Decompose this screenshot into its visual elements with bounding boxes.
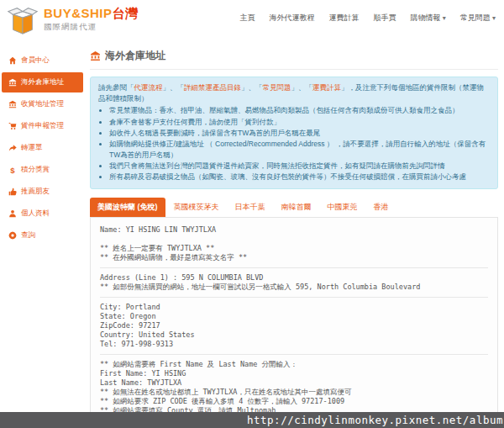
tab-warehouse-4[interactable]: 中國東莞 xyxy=(320,198,365,217)
chevron-down-icon: ▾ xyxy=(491,14,496,22)
sidebar-item-7[interactable]: 個人資料 xyxy=(2,203,83,224)
share-icon xyxy=(8,144,17,152)
tab-warehouse-0[interactable]: 美國波特蘭 (免稅) xyxy=(90,198,165,217)
dollar-icon: $ xyxy=(8,166,17,174)
notice-text: 」、「 xyxy=(163,83,185,92)
sidebar-item-4[interactable]: 轉運單 xyxy=(2,138,83,158)
notice-text: 請先參閱「 xyxy=(98,83,134,92)
sidebar-item-label: 會員中心 xyxy=(21,55,50,66)
sidebar-item-8[interactable]: 查詢 xyxy=(2,225,83,246)
sidebar-item-6[interactable]: 推薦朋友 xyxy=(2,182,83,202)
nav-item-label: 海外代運教程 xyxy=(270,13,315,22)
user-icon xyxy=(8,209,17,218)
notice-bullet: 所有易碎及容易破損之物品（如陶瓷、玻璃、沒有良好包裝的貨件等）不接受任何破損賠償… xyxy=(109,172,490,182)
life-ring-icon xyxy=(8,231,17,240)
address-line: ** 在外國網站購物，最好是填寫英文名字 ** xyxy=(100,253,488,262)
notice-link[interactable]: 代運流程 xyxy=(134,83,163,92)
sidebar-item-label: 收貨地址管理 xyxy=(21,99,64,109)
home-icon xyxy=(8,56,17,65)
notice-list: 常見禁運物品：香水、指甲油、壓縮氣體、易燃物品和肉類製品（包括任何含有肉類成份可… xyxy=(109,105,490,182)
address-line: ** 姓名上一定要有 TWYJTLXA ** xyxy=(100,244,488,253)
nav-item-label: 主頁 xyxy=(240,13,255,22)
warehouse-tabs: 美國波特蘭 (免稅)英國樸茨茅夫日本千葉南韓首爾中國東莞香港 xyxy=(90,198,498,217)
notice-text: 」、「 xyxy=(291,83,313,92)
logo-subtitle: 國際網購代運 xyxy=(44,23,139,31)
notice-box: 請先參閱「代運流程」、「詳細禁運產品目錄」、「常見問題」、「運費計算」，及注意下… xyxy=(90,77,498,189)
notice-text: 」、「 xyxy=(241,83,263,92)
address-line: Name: YI HSING LIN TWYJTLXA xyxy=(100,225,488,235)
warehouse-icon xyxy=(90,50,101,61)
notice-bullet: 如收件人名稱過長要刪減時，請保留含有TW為首的用戶名稱在最尾 xyxy=(109,128,490,139)
notice-bullet: 如購物網站提供修正/建議地址 （ Corrected/Recommended A… xyxy=(109,139,490,161)
address-line: Last Name: TWYJTLXA xyxy=(100,378,488,388)
nav-item-1[interactable]: 海外代運教程 xyxy=(270,13,315,24)
package-box-icon xyxy=(7,4,39,36)
svg-text:$: $ xyxy=(10,166,15,174)
address-line: ** 如網站要求 ZIP CODE 後再輸入多填 4 位數字，請輸入 97217… xyxy=(100,397,488,406)
tab-warehouse-5[interactable]: 香港 xyxy=(366,198,396,217)
notice-bullet: 我們只會將無法送到台灣的問題貨件退件給賣家，同時無法拒收指定貨件，如有疑問請在購… xyxy=(109,161,490,172)
address-book-icon xyxy=(8,100,17,108)
main-content: 海外倉庫地址 請先參閱「代運流程」、「詳細禁運產品目錄」、「常見問題」、「運費計… xyxy=(83,42,504,428)
chevron-down-icon: ▾ xyxy=(441,14,446,22)
page-title: 海外倉庫地址 xyxy=(90,49,498,70)
tab-warehouse-3[interactable]: 南韓首爾 xyxy=(274,198,319,217)
address-line: ** 如網站需要將 First Name 及 Last Name 分開輸入： xyxy=(100,360,488,369)
sidebar-item-label: 推薦朋友 xyxy=(21,187,50,197)
nav-item-5[interactable]: 常見問題 ▾ xyxy=(460,13,496,24)
watermark-url: http://cindylinmonkey.pixnet.net/album xyxy=(247,414,503,426)
tab-warehouse-2[interactable]: 日本千葉 xyxy=(228,198,273,217)
notice-link[interactable]: 常見問題 xyxy=(263,83,291,92)
logo-text: BUY&SHIP台灣 國際網購代運 xyxy=(44,7,139,31)
address-line: Country: United States xyxy=(100,330,488,340)
sidebar-item-label: 貨件申報管理 xyxy=(21,121,64,131)
divider xyxy=(100,297,488,298)
page-layout: 會員中心海外倉庫地址收貨地址管理貨件申報管理轉運單$積分獎賞推薦朋友個人資料查詢… xyxy=(0,42,504,428)
divider xyxy=(100,267,488,268)
warehouse-icon xyxy=(8,78,17,87)
address-line: First Name: YI HSING xyxy=(100,369,488,378)
sidebar-item-5[interactable]: $積分獎賞 xyxy=(2,160,83,180)
thumbs-up-icon xyxy=(8,188,17,196)
sidebar-item-label: 積分獎賞 xyxy=(21,165,50,175)
sidebar: 會員中心海外倉庫地址收貨地址管理貨件申報管理轉運單$積分獎賞推薦朋友個人資料查詢 xyxy=(0,42,83,247)
sidebar-item-label: 轉運單 xyxy=(21,143,43,153)
address-line xyxy=(100,235,488,244)
address-line: ZipCode: 97217 xyxy=(100,321,488,330)
sidebar-item-2[interactable]: 收貨地址管理 xyxy=(2,94,83,114)
logo[interactable]: BUY&SHIP台灣 國際網購代運 xyxy=(7,4,139,36)
top-nav: 主頁海外代運教程運費計算順手買購物情報 ▾常見問題 ▾ xyxy=(240,13,496,24)
logo-title: BUY&SHIP xyxy=(44,6,113,20)
sidebar-item-label: 個人資料 xyxy=(21,209,50,219)
address-line: ** 如無法在姓名或地址都填上 TWYJTLXA，只在姓名或地址其中一處填寫便可 xyxy=(100,388,488,397)
address-line: Address (Line 1) : 595 N COLUMBIA BLVD xyxy=(100,273,488,283)
watermark-bar: http://cindylinmonkey.pixnet.net/album xyxy=(0,412,504,428)
sidebar-item-3[interactable]: 貨件申報管理 xyxy=(2,116,83,136)
notice-link[interactable]: 詳細禁運產品目錄 xyxy=(184,83,241,92)
sidebar-item-label: 查詢 xyxy=(21,230,35,240)
nav-item-label: 常見問題 xyxy=(460,13,491,22)
sidebar-item-1[interactable]: 海外倉庫地址 xyxy=(2,72,83,92)
address-line: City: Portland xyxy=(100,303,488,312)
header: BUY&SHIP台灣 國際網購代運 主頁海外代運教程運費計算順手買購物情報 ▾常… xyxy=(0,0,504,42)
sidebar-item-0[interactable]: 會員中心 xyxy=(2,50,83,71)
nav-item-2[interactable]: 運費計算 xyxy=(329,13,360,24)
sidebar-item-label: 海外倉庫地址 xyxy=(21,77,64,87)
tab-warehouse-1[interactable]: 英國樸茨茅夫 xyxy=(166,198,227,217)
notice-bullet: 常見禁運物品：香水、指甲油、壓縮氣體、易燃物品和肉類製品（包括任何含有肉類成份可… xyxy=(109,105,490,116)
page-title-label: 海外倉庫地址 xyxy=(105,49,165,63)
address-line: ** 如部份無法購買的網站，地址一欄可嘗試以另一格式輸入 595, North … xyxy=(100,283,488,292)
divider xyxy=(100,354,488,355)
nav-item-label: 順手買 xyxy=(374,13,396,22)
nav-item-3[interactable]: 順手買 xyxy=(374,13,396,24)
nav-item-4[interactable]: 購物情報 ▾ xyxy=(411,13,446,24)
address-line: Tel: 971-998-9313 xyxy=(100,340,488,349)
nav-item-label: 運費計算 xyxy=(329,13,360,22)
nav-item-label: 購物情報 xyxy=(411,13,441,22)
logo-region: 台灣 xyxy=(113,6,139,20)
cart-icon xyxy=(8,122,17,130)
notice-link[interactable]: 運費計算 xyxy=(312,83,341,92)
nav-item-0[interactable]: 主頁 xyxy=(240,13,255,24)
address-panel: Name: YI HSING LIN TWYJTLXA ** 姓名上一定要有 T… xyxy=(90,217,498,428)
address-line: State: Oregon xyxy=(100,312,488,321)
